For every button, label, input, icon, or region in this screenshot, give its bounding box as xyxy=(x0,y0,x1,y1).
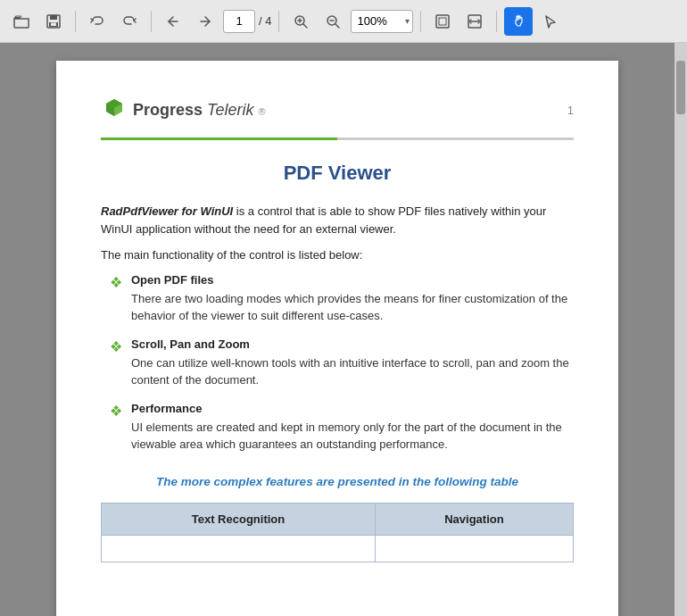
table-header-1: Navigation xyxy=(375,503,573,535)
logo-brand: Progress xyxy=(133,101,203,119)
features-table: Text Recognition Navigation xyxy=(101,503,574,562)
svg-rect-14 xyxy=(436,15,449,28)
svg-line-10 xyxy=(303,24,307,28)
scrollbar-thumb[interactable] xyxy=(676,61,685,114)
table-row xyxy=(102,535,574,562)
bullet-desc-2: UI elements are created and kept in memo… xyxy=(131,419,574,454)
bullet-title-0: Open PDF files xyxy=(131,273,574,287)
page-input[interactable]: 1 xyxy=(223,10,255,33)
table-header-0: Text Recognition xyxy=(102,503,376,535)
save-button[interactable] xyxy=(39,7,68,36)
table-header-row: Text Recognition Navigation xyxy=(102,503,574,535)
bullet-list: ❖ Open PDF files There are two loading m… xyxy=(101,273,574,454)
logo-area: Progress Telerik ® 1 xyxy=(101,96,574,123)
separator-3 xyxy=(278,11,279,32)
logo: Progress Telerik ® xyxy=(101,96,266,123)
pdf-title: PDF Viewer xyxy=(101,162,574,185)
bullet-symbol-2: ❖ xyxy=(110,403,122,454)
prev-page-button[interactable] xyxy=(159,7,187,36)
logo-icon xyxy=(101,96,128,123)
bullet-item-2: ❖ Performance UI elements are created an… xyxy=(110,402,574,454)
intro-bold-italic: RadPdfViewer for WinUI xyxy=(101,204,233,218)
pan-button[interactable] xyxy=(504,7,533,36)
bullet-desc-1: One can utilize well-known tools with an… xyxy=(131,354,574,389)
zoom-select-wrapper: 100% xyxy=(351,10,413,33)
zoom-out-button[interactable] xyxy=(319,7,347,36)
logo-product: Telerik xyxy=(207,101,253,119)
fit-page-button[interactable] xyxy=(428,7,457,36)
bullet-content-2: Performance UI elements are created and … xyxy=(131,402,574,454)
logo-line xyxy=(101,137,574,140)
separator-5 xyxy=(496,11,497,32)
logo-text: Progress Telerik ® xyxy=(133,101,266,120)
redo-button[interactable] xyxy=(115,7,144,36)
separator-4 xyxy=(420,11,421,32)
scrollbar-track[interactable] xyxy=(675,43,687,616)
page-number: 1 xyxy=(567,104,574,117)
bullet-item-1: ❖ Scroll, Pan and Zoom One can utilize w… xyxy=(110,337,574,389)
select-button[interactable] xyxy=(536,7,565,36)
bullet-desc-0: There are two loading modes which provid… xyxy=(131,290,574,325)
bullet-content-0: Open PDF files There are two loading mod… xyxy=(131,273,574,325)
bullet-item-0: ❖ Open PDF files There are two loading m… xyxy=(110,273,574,325)
total-pages: 4 xyxy=(265,14,271,28)
bullet-symbol-0: ❖ xyxy=(110,274,122,325)
next-page-button[interactable] xyxy=(191,7,219,36)
svg-rect-4 xyxy=(51,22,56,26)
bullet-title-2: Performance xyxy=(131,402,574,415)
page-input-group: 1 / 4 xyxy=(223,10,271,33)
bullet-symbol-1: ❖ xyxy=(110,338,122,389)
main-area: Progress Telerik ® 1 PDF Viewer RadPdfVi… xyxy=(0,43,687,616)
svg-rect-2 xyxy=(50,15,57,20)
page-content: Progress Telerik ® 1 PDF Viewer RadPdfVi… xyxy=(56,61,618,616)
svg-rect-15 xyxy=(439,18,446,25)
functionality-intro: The main functionality of the control is… xyxy=(101,246,574,264)
open-button[interactable] xyxy=(7,7,36,36)
fit-width-button[interactable] xyxy=(460,7,489,36)
page-separator: / 4 xyxy=(259,14,271,28)
bullet-content-1: Scroll, Pan and Zoom One can utilize wel… xyxy=(131,337,574,389)
toolbar: 1 / 4 100% xyxy=(0,0,687,43)
zoom-level-display[interactable]: 100% xyxy=(351,10,413,33)
features-text: The more complex features are presented … xyxy=(101,475,574,488)
pdf-page[interactable]: Progress Telerik ® 1 PDF Viewer RadPdfVi… xyxy=(0,43,675,616)
svg-line-13 xyxy=(335,24,339,28)
zoom-in-button[interactable] xyxy=(286,7,315,36)
separator-2 xyxy=(151,11,152,32)
separator-1 xyxy=(75,11,76,32)
undo-button[interactable] xyxy=(83,7,112,36)
bullet-title-1: Scroll, Pan and Zoom xyxy=(131,337,574,351)
intro-paragraph: RadPdfViewer for WinUI is a control that… xyxy=(101,203,574,237)
